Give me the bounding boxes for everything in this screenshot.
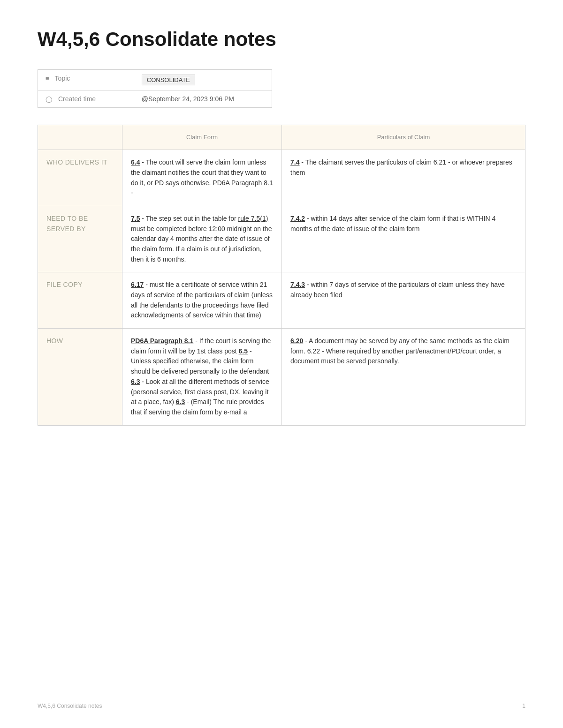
particulars-how: 6.20 - A document may be served by any o… — [282, 329, 525, 426]
rule-ref-6-4: 6.4 — [131, 158, 140, 166]
col-header-particulars: Particulars of Claim — [282, 125, 525, 150]
page-footer: W4,5,6 Consolidate notes 1 — [38, 703, 525, 709]
col-header-claim-form: Claim Form — [122, 125, 282, 150]
claim-form-served-by-text1: - The step set out in the table for — [142, 215, 238, 222]
particulars-served-by-text: - within 14 days after service of the cl… — [290, 215, 495, 233]
rule-ref-7-4-3: 7.4.3 — [290, 281, 305, 288]
topic-value: CONSOLIDATE — [134, 70, 272, 90]
meta-created-row: ◯ Created time @September 24, 2023 9:06 … — [38, 90, 272, 108]
meta-topic-row: ≡ Topic CONSOLIDATE — [38, 70, 272, 90]
rule-ref-6-3-b: 6.3 — [176, 398, 185, 405]
topic-label: ≡ Topic — [38, 70, 113, 87]
claim-form-who-delivers: 6.4 - The court will serve the claim for… — [122, 150, 282, 206]
created-value: @September 24, 2023 9:06 PM — [134, 90, 272, 108]
rule-ref-7-4: 7.4 — [290, 158, 299, 166]
table-row: NEED TO BE SERVED BY 7.5 - The step set … — [38, 206, 525, 272]
rule-ref-6-5: 6.5 — [239, 347, 248, 355]
rule-ref-6-17: 6.17 — [131, 281, 144, 288]
rule-ref-pd6a-8-1: PD6A Paragraph 8.1 — [131, 337, 193, 345]
particulars-file-copy: 7.4.3 - within 7 days of service of the … — [282, 272, 525, 329]
table-row: FILE COPY 6.17 - must file a certificate… — [38, 272, 525, 329]
claim-form-how: PD6A Paragraph 8.1 - If the court is ser… — [122, 329, 282, 426]
clock-icon: ◯ — [46, 96, 53, 103]
meta-info-table: ≡ Topic CONSOLIDATE ◯ Created time @Sept… — [38, 69, 272, 108]
row-header-how: HOW — [38, 329, 122, 426]
particulars-file-copy-text: - within 7 days of service of the partic… — [290, 281, 505, 299]
table-header-row: Claim Form Particulars of Claim — [38, 125, 525, 150]
topic-badge: CONSOLIDATE — [142, 75, 195, 85]
rule-ref-7-5: 7.5 — [131, 215, 140, 222]
row-header-served-by: NEED TO BE SERVED BY — [38, 206, 122, 272]
particulars-who-delivers-text: - The claimant serves the particulars of… — [290, 158, 512, 176]
row-header-file-copy: FILE COPY — [38, 272, 122, 329]
rule-ref-6-3-a: 6.3 — [131, 378, 140, 385]
table-row: WHO DELIVERS IT 6.4 - The court will ser… — [38, 150, 525, 206]
particulars-how-text: - A document may be served by any of the… — [290, 337, 510, 365]
list-icon: ≡ — [46, 75, 49, 82]
col-header-empty — [38, 125, 122, 150]
rule-ref-7-5-1: rule 7.5(1) — [238, 215, 268, 222]
footer-right: 1 — [522, 703, 525, 709]
row-header-who-delivers: WHO DELIVERS IT — [38, 150, 122, 206]
content-table: Claim Form Particulars of Claim WHO DELI… — [38, 125, 525, 426]
claim-form-served-by-text2: must be completed before 12:00 midnight … — [131, 225, 272, 263]
particulars-served-by: 7.4.2 - within 14 days after service of … — [282, 206, 525, 272]
claim-form-file-copy: 6.17 - must file a certificate of servic… — [122, 272, 282, 329]
table-row: HOW PD6A Paragraph 8.1 - If the court is… — [38, 329, 525, 426]
page-title: W4,5,6 Consolidate notes — [38, 28, 525, 51]
claim-form-who-delivers-text: - The court will serve the claim form un… — [131, 158, 273, 196]
created-label: ◯ Created time — [38, 90, 113, 107]
claim-form-file-copy-text: - must file a certificate of service wit… — [131, 281, 273, 319]
particulars-who-delivers: 7.4 - The claimant serves the particular… — [282, 150, 525, 206]
rule-ref-7-4-2: 7.4.2 — [290, 215, 305, 222]
rule-ref-6-20: 6.20 — [290, 337, 303, 345]
footer-left: W4,5,6 Consolidate notes — [38, 703, 102, 709]
claim-form-served-by: 7.5 - The step set out in the table for … — [122, 206, 282, 272]
